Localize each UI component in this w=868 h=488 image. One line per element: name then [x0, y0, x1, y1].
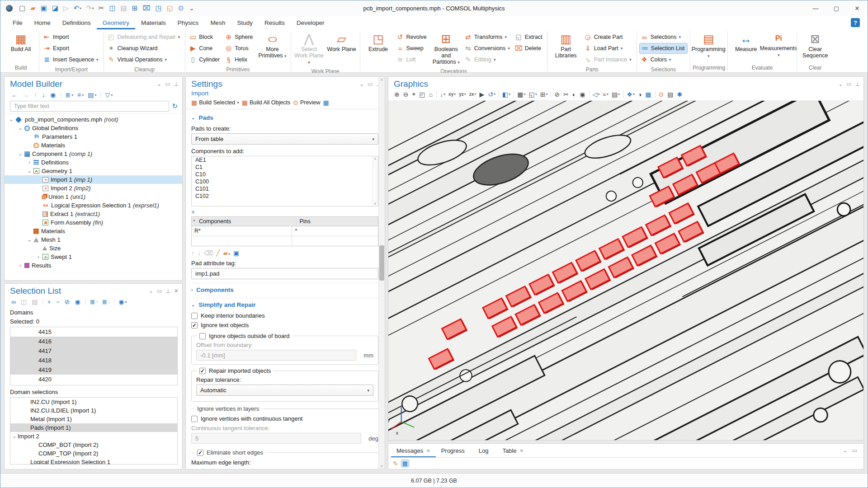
- menu-item[interactable]: File: [7, 16, 28, 29]
- pin-panel-icon[interactable]: ⊥: [165, 288, 170, 294]
- copy-icon[interactable]: ◫: [107, 3, 118, 13]
- pin-panel-icon[interactable]: ⊥: [174, 81, 179, 87]
- programming-button[interactable]: ▤ Programming ▾: [693, 31, 724, 61]
- torus-button[interactable]: ◎Torus: [223, 43, 255, 54]
- tree-item-component-1[interactable]: ⌄Component 1(comp 1): [5, 150, 182, 158]
- measurements-button[interactable]: Pi Measurements ▾: [763, 31, 794, 60]
- close-panel-icon[interactable]: ✕: [174, 288, 179, 294]
- transforms-button[interactable]: ⇄Transforms▾: [463, 32, 513, 42]
- domain-number-row[interactable]: 4420: [10, 375, 177, 384]
- booleans-partitions-button[interactable]: ⊞ Booleans and Partitions ▾: [430, 31, 462, 67]
- menu-item[interactable]: Mesh: [204, 16, 231, 29]
- menu-item[interactable]: Physics: [172, 16, 205, 29]
- load-part-button[interactable]: ⇓Load Part▾: [583, 43, 634, 54]
- tree-item-mesh-1[interactable]: ⌄Mesh 1: [5, 235, 182, 244]
- revolve-button[interactable]: ↺Revolve: [395, 32, 429, 42]
- float-panel-icon[interactable]: ▭: [368, 81, 373, 87]
- lasso-select-icon[interactable]: ◱▾: [527, 90, 538, 99]
- duplicate-icon[interactable]: ⊞: [130, 3, 140, 13]
- clip-plane-icon[interactable]: ✂: [562, 90, 571, 99]
- menu-item[interactable]: Home: [28, 16, 57, 29]
- domain-selection-row[interactable]: ⌄Import 2: [10, 432, 177, 441]
- menu-item[interactable]: Materials: [135, 16, 172, 29]
- table-row[interactable]: [192, 236, 378, 246]
- build-selected-button[interactable]: ▦Build Selected▾: [191, 99, 239, 106]
- select-box-icon[interactable]: ◳: [154, 3, 164, 13]
- colors-button[interactable]: ❖Colors▾: [639, 54, 688, 65]
- part-instance-button[interactable]: ⇘Part Instance▾: [583, 54, 634, 65]
- domain-selection-row[interactable]: COMP_TOP (Import 2): [10, 449, 177, 458]
- minimize-button[interactable]: —: [805, 0, 826, 16]
- editing-button[interactable]: ✎Editing▾: [463, 54, 513, 65]
- selections-button[interactable]: ∞Selections▾: [639, 32, 688, 42]
- tree-item-extract-1[interactable]: Extract 1(extract1): [5, 210, 182, 218]
- view-yz-icon[interactable]: yz▾: [458, 91, 467, 98]
- measure-button[interactable]: ↔ Measure: [730, 31, 762, 54]
- clear-rows-icon[interactable]: ╱: [216, 249, 220, 257]
- build-all-button[interactable]: ▦ Build All: [5, 31, 37, 54]
- maximize-button[interactable]: ▢: [826, 0, 847, 16]
- go-to-view-icon[interactable]: ↓▾: [439, 90, 447, 99]
- insert-sequence-button[interactable]: ≣Insert Sequence▾: [42, 54, 101, 65]
- zoom-box-icon[interactable]: ◰: [418, 90, 427, 99]
- zoom-extents-icon[interactable]: ⌖: [410, 89, 417, 99]
- default-3d-view-icon[interactable]: ⌂: [428, 90, 434, 99]
- menu-item[interactable]: Study: [231, 16, 259, 29]
- go-forward-icon[interactable]: →: [21, 91, 31, 99]
- clear-table-icon[interactable]: ⌫: [204, 249, 213, 257]
- cleanup-wizard-button[interactable]: ✶Cleanup Wizard: [106, 43, 183, 54]
- tree-item-root[interactable]: ⌄pcb_import_components.mph(root): [5, 115, 182, 124]
- undo-icon[interactable]: ↶▾: [72, 3, 84, 13]
- move-down-icon[interactable]: ↓: [41, 91, 47, 99]
- create-part-button[interactable]: ◶Create Part: [583, 32, 634, 42]
- helix-button[interactable]: §Helix: [223, 54, 255, 65]
- pads-to-create-select[interactable]: From table▾: [191, 133, 378, 145]
- close-button[interactable]: ✕: [847, 0, 868, 16]
- tree-item-size[interactable]: Size: [5, 244, 182, 253]
- refresh-view-icon[interactable]: ↺▾: [486, 90, 497, 99]
- collapse-panel-icon[interactable]: ⌄: [359, 81, 364, 87]
- add-component-button[interactable]: +: [191, 207, 378, 216]
- collapse-panel-icon[interactable]: ⌄: [157, 81, 161, 87]
- color-theme-icon[interactable]: ❖▾: [625, 90, 636, 99]
- grid-icon[interactable]: ▦: [644, 90, 653, 99]
- close-tab-icon[interactable]: ✕: [426, 448, 430, 453]
- domain-selection-row[interactable]: IN2.CU (Import 1): [10, 398, 177, 406]
- simplify-repair-section-header[interactable]: ⌄Simplify and Repair: [191, 298, 378, 311]
- cone-button[interactable]: ▶Cone: [188, 43, 222, 54]
- domain-selection-row[interactable]: IN2.CU.ILDIEL (Import 1): [10, 406, 177, 415]
- column-resize-icon[interactable]: »: [192, 217, 196, 226]
- snapshot-icon[interactable]: ⊙: [657, 90, 666, 99]
- preview-button[interactable]: ⊙Preview: [293, 99, 320, 106]
- load-table-icon[interactable]: ▰▾: [223, 249, 230, 257]
- remove-icon[interactable]: −: [55, 298, 62, 306]
- domain-selection-row[interactable]: Metal (Import 1): [10, 415, 177, 423]
- float-panel-icon[interactable]: ▭: [846, 81, 851, 87]
- clear-sequence-button[interactable]: ⊠ Clear Sequence: [799, 31, 831, 60]
- tree-item-materials[interactable]: Materials: [5, 227, 182, 235]
- collapse-all-icon[interactable]: ≡▾: [76, 91, 85, 99]
- move-down-list-icon[interactable]: ≣↓: [101, 298, 112, 306]
- more-primitives-button[interactable]: ○ More Primitives ▾: [257, 31, 288, 61]
- show-icon[interactable]: ◉: [49, 91, 58, 99]
- copy-selection-icon[interactable]: ◫: [19, 298, 29, 306]
- domain-selection-row[interactable]: Pads (Import 1): [10, 423, 177, 432]
- model-tree-node-icon[interactable]: ▤▾: [86, 91, 98, 99]
- delete-button[interactable]: ⌧Delete: [514, 43, 545, 54]
- menu-item[interactable]: Developer: [291, 16, 330, 29]
- cut-icon[interactable]: ✂: [97, 3, 107, 13]
- refresh-icon[interactable]: ↻: [172, 102, 178, 110]
- loft-button[interactable]: ≋Loft: [395, 54, 429, 65]
- bottom-tab[interactable]: Log: [473, 444, 497, 457]
- select-work-plane-button[interactable]: ⋀ Select Work Plane ▾: [293, 31, 325, 67]
- float-panel-icon[interactable]: ▭: [852, 447, 857, 454]
- pads-section-header[interactable]: ⌄Pads: [191, 111, 378, 124]
- domain-selections-list[interactable]: IN2.CU (Import 1) IN2.CU.ILDIEL (Import …: [10, 397, 178, 465]
- ignore-text-objects-checkbox[interactable]: [191, 322, 198, 328]
- delete-icon[interactable]: ⌧: [141, 3, 152, 13]
- component-row[interactable]: C101: [192, 185, 378, 192]
- tree-item-parameters[interactable]: Parameters 1: [5, 132, 182, 141]
- keep-interior-boundaries-checkbox[interactable]: [191, 313, 198, 319]
- move-up-list-icon[interactable]: ≣↑: [89, 298, 99, 306]
- tree-item-form-assembly[interactable]: Form Assembly(fin): [5, 218, 182, 227]
